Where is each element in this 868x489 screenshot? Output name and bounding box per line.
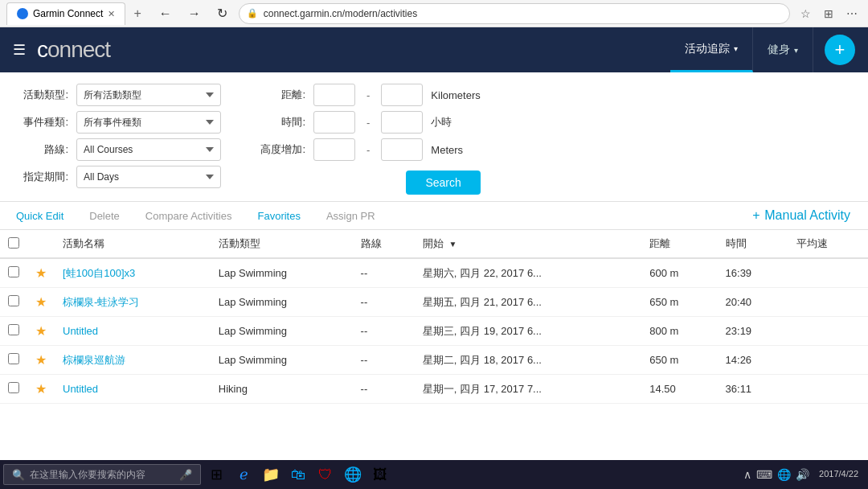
row-star-cell: ★ xyxy=(27,346,55,375)
row-course-cell: -- xyxy=(353,258,415,288)
tab-favicon xyxy=(17,8,28,19)
activity-name-link[interactable]: 棕欄泉巡航游 xyxy=(63,354,125,366)
activity-name-link[interactable]: Untitled xyxy=(63,383,98,395)
add-button[interactable]: + xyxy=(825,35,855,65)
time-from-input[interactable] xyxy=(313,111,355,134)
row-checkbox[interactable] xyxy=(8,324,19,335)
star-icon[interactable]: ★ xyxy=(35,353,47,367)
assign-pr-link[interactable]: Assign PR xyxy=(313,210,388,222)
table-row: ★ [蛙100自100]x3 Lap Swimming -- 星期六, 四月 2… xyxy=(0,258,868,288)
hamburger-menu[interactable]: ☰ xyxy=(13,41,26,59)
filter-elevation: 高度增加: - Meters xyxy=(253,138,481,161)
tab-close-btn[interactable]: ✕ xyxy=(108,9,115,19)
filter-activity-type: 活動類型: 所有活動類型 xyxy=(16,84,221,106)
distance-from-input[interactable] xyxy=(313,84,355,106)
delete-link[interactable]: Delete xyxy=(76,210,133,222)
forward-button[interactable]: → xyxy=(183,5,206,23)
active-tab[interactable]: Garmin Connect ✕ xyxy=(6,2,125,25)
taskbar-chrome-icon[interactable]: 🌐 xyxy=(342,464,363,485)
row-avg-cell xyxy=(788,375,868,404)
new-tab-button[interactable]: + xyxy=(129,6,145,21)
taskbar-edge-icon[interactable]: ℯ xyxy=(233,464,254,485)
event-type-select[interactable]: 所有事件種類 xyxy=(76,111,221,134)
row-course-cell: -- xyxy=(353,317,415,346)
elevation-unit: Meters xyxy=(431,144,463,156)
row-time-cell: 14:26 xyxy=(718,346,788,375)
compare-link[interactable]: Compare Activities xyxy=(133,210,245,222)
course-label: 路線: xyxy=(16,142,68,157)
row-name-cell: 棕欄泉-蛙泳学习 xyxy=(55,288,211,317)
manual-activity-button[interactable]: + Manual Activity xyxy=(752,208,852,223)
header-star xyxy=(27,230,55,258)
activity-name-link[interactable]: Untitled xyxy=(63,325,98,337)
period-select[interactable]: All Days xyxy=(76,166,221,188)
favorites-link[interactable]: Favorites xyxy=(244,210,313,222)
row-start-cell: 星期一, 四月 17, 2017 7... xyxy=(415,375,641,404)
address-bar-wrap: 🔒 xyxy=(239,3,790,24)
tray-up-arrow[interactable]: ∧ xyxy=(743,468,751,481)
row-checkbox[interactable] xyxy=(8,295,19,306)
taskbar-photo-icon[interactable]: 🖼 xyxy=(370,464,391,485)
taskbar-view-btn[interactable]: ⊞ xyxy=(206,464,227,485)
tray-keyboard-icon[interactable]: ⌨ xyxy=(756,468,772,481)
row-start-cell: 星期五, 四月 21, 2017 6... xyxy=(415,288,641,317)
star-icon[interactable]: ★ xyxy=(35,382,47,396)
filter-course: 路線: All Courses xyxy=(16,138,221,161)
sort-arrow: ▼ xyxy=(448,240,457,249)
row-course-cell: -- xyxy=(353,288,415,317)
back-button[interactable]: ← xyxy=(154,5,177,23)
elevation-from-input[interactable] xyxy=(313,138,355,161)
star-icon[interactable]: ★ xyxy=(35,324,47,338)
hub-btn[interactable]: ⊞ xyxy=(820,6,837,22)
activities-table: 活動名稱 活動類型 路線 開始 ▼ 距離 時間 平均速 ★ xyxy=(0,230,868,404)
row-time-cell: 20:40 xyxy=(718,288,788,317)
taskbar-store-icon[interactable]: 🛍 xyxy=(288,464,309,485)
star-icon[interactable]: ★ xyxy=(35,295,47,309)
row-distance-cell: 650 m xyxy=(641,346,717,375)
row-name-cell: Untitled xyxy=(55,375,211,404)
row-star-cell: ★ xyxy=(27,375,55,404)
search-button[interactable]: Search xyxy=(406,171,480,195)
logo-rest: onnect xyxy=(47,37,110,62)
row-avg-cell xyxy=(788,288,868,317)
elevation-to-input[interactable] xyxy=(381,138,423,161)
distance-label: 距離: xyxy=(253,88,305,102)
row-checkbox[interactable] xyxy=(8,353,19,364)
bookmark-btn[interactable]: ☆ xyxy=(796,6,815,22)
taskbar-date: 2017/4/22 xyxy=(819,468,858,480)
row-start-cell: 星期六, 四月 22, 2017 6... xyxy=(415,258,641,288)
row-avg-cell xyxy=(788,346,868,375)
header-course: 路線 xyxy=(353,230,415,258)
tray-network-icon[interactable]: 🌐 xyxy=(777,468,791,481)
distance-to-input[interactable] xyxy=(381,84,423,106)
taskbar-search[interactable]: 🔍 🎤 xyxy=(3,464,201,485)
address-bar[interactable] xyxy=(239,3,790,24)
row-checkbox[interactable] xyxy=(8,382,19,393)
filter-event-type: 事件種類: 所有事件種類 xyxy=(16,111,221,134)
quick-edit-link[interactable]: Quick Edit xyxy=(16,210,76,222)
header-start: 開始 ▼ xyxy=(415,230,641,258)
tray-speaker-icon[interactable]: 🔊 xyxy=(796,468,809,481)
refresh-button[interactable]: ↻ xyxy=(212,4,232,23)
row-checkbox-cell xyxy=(0,288,27,317)
actions-bar: Quick Edit Delete Compare Activities Fav… xyxy=(0,202,868,230)
elevation-sep: - xyxy=(366,144,370,156)
activity-type-select[interactable]: 所有活動類型 xyxy=(76,84,221,106)
time-to-input[interactable] xyxy=(381,111,423,134)
nav-fitness[interactable]: 健身 ▾ xyxy=(753,27,813,72)
taskbar-antivirus-icon[interactable]: 🛡 xyxy=(315,464,336,485)
course-select[interactable]: All Courses xyxy=(76,138,221,161)
activity-name-link[interactable]: 棕欄泉-蛙泳学习 xyxy=(63,296,139,308)
settings-btn[interactable]: ⋯ xyxy=(842,6,862,22)
star-icon[interactable]: ★ xyxy=(35,266,47,280)
table-row: ★ 棕欄泉-蛙泳学习 Lap Swimming -- 星期五, 四月 21, 2… xyxy=(0,288,868,317)
row-avg-cell xyxy=(788,317,868,346)
filter-time: 時間: - 小時 xyxy=(253,111,481,134)
row-checkbox[interactable] xyxy=(8,266,19,277)
row-name-cell: 棕欄泉巡航游 xyxy=(55,346,211,375)
nav-activity-tracking[interactable]: 活动追踪 ▾ xyxy=(670,27,753,72)
activity-name-link[interactable]: [蛙100自100]x3 xyxy=(63,267,135,279)
select-all-checkbox[interactable] xyxy=(8,237,19,249)
taskbar-folder-icon[interactable]: 📁 xyxy=(260,464,281,485)
taskbar-search-input[interactable] xyxy=(30,469,174,480)
